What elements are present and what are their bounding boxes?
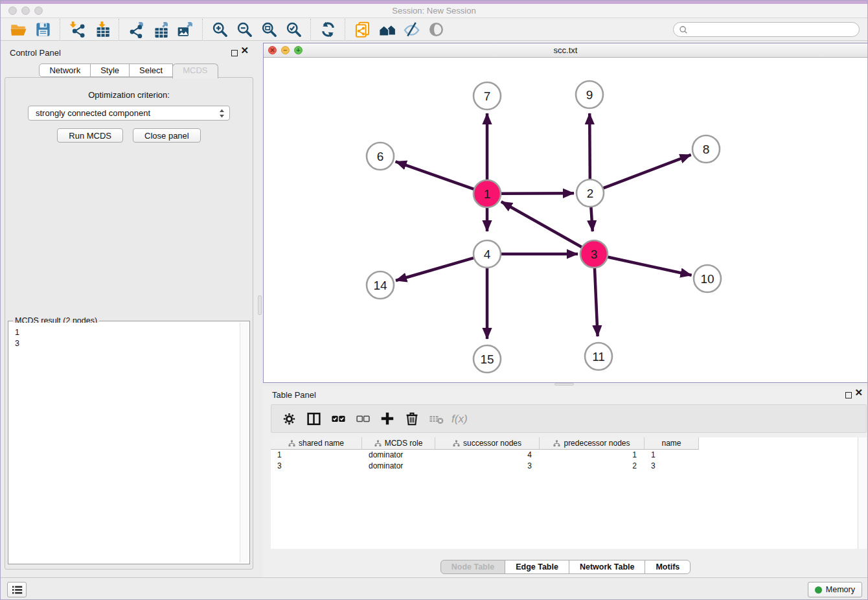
network-window-title: scc.txt [554, 45, 578, 55]
sort-column-icon [374, 440, 382, 447]
column-header-shared-name[interactable]: shared name [271, 437, 362, 450]
deselect-all-columns-icon[interactable] [350, 407, 375, 430]
import-network-icon[interactable] [65, 18, 89, 40]
tab-network-table[interactable]: Network Table [569, 560, 646, 574]
open-session-icon[interactable] [6, 18, 30, 40]
mcds-result-list[interactable]: 13 [10, 323, 248, 562]
run-mcds-button[interactable]: Run MCDS [57, 128, 123, 143]
search-icon [678, 25, 689, 35]
mcds-result-scrollbar[interactable] [240, 323, 248, 562]
new-column-icon[interactable] [375, 407, 400, 430]
sort-column-icon [288, 440, 295, 447]
column-header-name[interactable]: name [645, 437, 699, 450]
mcds-result-item: 1 [15, 327, 248, 338]
tab-edge-table[interactable]: Edge Table [505, 560, 569, 574]
tab-network[interactable]: Network [39, 63, 91, 77]
table-header-row: shared nameMCDS rolesuccessor nodesprede… [271, 437, 867, 450]
table-mode-icon[interactable] [277, 407, 301, 430]
zoom-out-icon[interactable] [232, 18, 257, 40]
table-row[interactable]: 1dominator411 [271, 450, 867, 461]
tab-style[interactable]: Style [90, 63, 130, 77]
clone-network-icon[interactable] [350, 18, 374, 40]
toolbar-separator [345, 19, 345, 40]
edge-2-8[interactable] [603, 155, 691, 189]
criterion-dropdown[interactable]: strongly connected component [28, 106, 230, 121]
node-table: shared nameMCDS rolesuccessor nodesprede… [271, 437, 867, 549]
tab-node-table[interactable]: Node Table [440, 560, 505, 574]
zoom-selected-icon[interactable] [281, 18, 306, 40]
show-hide-columns-icon[interactable] [301, 407, 326, 430]
network-graph[interactable]: 7968124314101511 [264, 58, 867, 382]
memory-status-icon [815, 586, 822, 594]
vertical-splitter-handle[interactable] [258, 295, 262, 315]
node-label-4: 4 [484, 248, 491, 261]
tab-select[interactable]: Select [129, 63, 173, 77]
close-control-panel-icon[interactable]: ✕ [240, 47, 249, 54]
export-table-icon[interactable] [148, 18, 173, 40]
node-label-10: 10 [700, 272, 714, 286]
edge-4-14[interactable] [396, 258, 474, 281]
show-all-icon[interactable] [424, 18, 448, 40]
task-history-button[interactable] [7, 582, 27, 597]
edge-2-9[interactable] [589, 113, 590, 179]
titlebar: Session: New Session [1, 4, 867, 18]
save-session-icon[interactable] [30, 18, 55, 40]
import-table-icon[interactable] [89, 18, 114, 40]
edge-1-2[interactable] [501, 193, 574, 194]
float-panel-icon[interactable] [231, 47, 238, 59]
table-tabs: Node TableEdge TableNetwork TableMotifs [263, 560, 868, 575]
delete-table-icon [424, 407, 449, 430]
network-minimize-button[interactable]: − [281, 46, 290, 54]
node-label-8: 8 [703, 143, 710, 156]
horizontal-splitter-handle[interactable] [554, 383, 574, 386]
column-header-MCDS-role[interactable]: MCDS role [362, 437, 435, 450]
zoom-in-icon[interactable] [207, 18, 232, 40]
search-input[interactable] [689, 24, 859, 36]
close-panel-button[interactable]: Close panel [133, 128, 201, 143]
window-title: Session: New Session [1, 6, 867, 16]
node-label-3: 3 [591, 248, 598, 261]
network-close-button[interactable]: ✕ [268, 46, 277, 54]
toolbar-separator [119, 19, 119, 40]
refresh-view-icon[interactable] [315, 18, 340, 40]
table-body: 1dominator4113dominator323 [271, 450, 867, 471]
tab-motifs[interactable]: Motifs [645, 560, 691, 574]
node-label-11: 11 [592, 350, 605, 363]
edge-3-1[interactable] [501, 202, 582, 247]
network-canvas[interactable]: 7968124314101511 [264, 58, 867, 382]
first-neighbors-icon[interactable] [374, 18, 399, 40]
search-field[interactable] [673, 22, 860, 37]
edge-3-10[interactable] [608, 257, 692, 275]
memory-button[interactable]: Memory [808, 582, 862, 597]
select-all-columns-icon[interactable] [326, 407, 350, 430]
edge-1-6[interactable] [396, 161, 475, 189]
export-image-icon[interactable] [173, 18, 198, 40]
edge-2-3[interactable] [591, 207, 592, 231]
close-table-panel-icon[interactable]: ✕ [854, 389, 863, 396]
zoom-fit-icon[interactable] [257, 18, 281, 40]
table-cell: dominator [362, 461, 435, 470]
export-network-icon[interactable] [124, 18, 148, 40]
network-window-titlebar[interactable]: ✕ − + scc.txt [264, 43, 867, 58]
table-cell: 3 [645, 461, 699, 470]
criterion-dropdown-value: strongly connected component [36, 108, 218, 118]
table-row[interactable]: 3dominator323 [271, 461, 867, 472]
column-header-successor-nodes[interactable]: successor nodes [435, 437, 540, 450]
table-toolbar: f(x) [271, 404, 867, 433]
delete-columns-icon[interactable] [400, 407, 424, 430]
table-cell: 1 [540, 450, 645, 459]
status-bar: Memory [1, 577, 867, 600]
hide-selected-icon[interactable] [399, 18, 424, 40]
toolbar-separator [60, 19, 60, 40]
tab-mcds[interactable]: MCDS [172, 63, 218, 78]
mcds-panel: Optimization criterion: strongly connect… [5, 77, 253, 570]
table-scrollbar[interactable] [858, 437, 867, 549]
edge-3-11[interactable] [595, 268, 598, 336]
network-maximize-button[interactable]: + [294, 46, 303, 54]
column-header-predecessor-nodes[interactable]: predecessor nodes [540, 437, 645, 450]
function-builder-icon: f(x) [449, 407, 474, 430]
float-table-panel-icon[interactable] [845, 389, 852, 401]
table-cell: 1 [271, 450, 362, 459]
memory-label: Memory [826, 585, 855, 594]
node-label-9: 9 [586, 88, 593, 102]
